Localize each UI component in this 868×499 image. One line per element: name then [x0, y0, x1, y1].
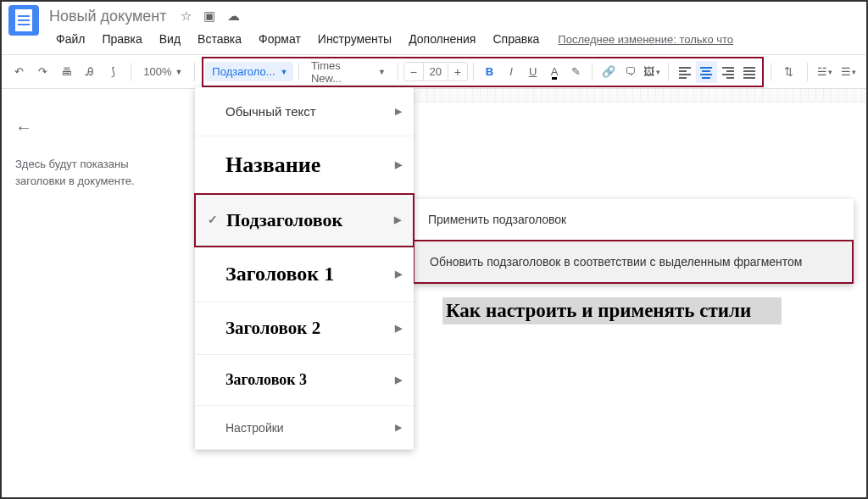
align-right-icon[interactable] [717, 61, 739, 83]
menu-format[interactable]: Формат [252, 29, 308, 49]
update-subtitle-to-match[interactable]: Обновить подзаголовок в соответствии с в… [415, 241, 852, 282]
undo-icon[interactable]: ↶ [8, 61, 31, 83]
outline-placeholder: Здесь будут показаны заголовки в докумен… [15, 156, 181, 189]
highlight-button[interactable]: ✎ [565, 61, 587, 83]
style-heading-2[interactable]: Заголовок 2▶ [195, 302, 414, 355]
menu-tools[interactable]: Инструменты [311, 29, 398, 49]
apply-subtitle[interactable]: Применить подзаголовок [413, 199, 854, 240]
star-icon[interactable]: ☆ [181, 8, 192, 24]
spellcheck-icon[interactable]: Ꭿ [79, 61, 101, 83]
style-subtitle[interactable]: ✓Подзаголовок▶ [196, 195, 413, 246]
docs-logo[interactable] [8, 5, 39, 36]
menu-help[interactable]: Справка [486, 29, 546, 49]
outline-panel: ← Здесь будут показаны заголовки в докум… [2, 103, 195, 496]
font-size-decrease[interactable]: − [404, 65, 423, 79]
style-normal-text[interactable]: Обычный текст▶ [195, 87, 414, 136]
line-spacing-icon[interactable]: ⇅ [778, 61, 800, 83]
menu-file[interactable]: Файл [49, 29, 92, 49]
menu-addons[interactable]: Дополнения [402, 29, 482, 49]
align-center-icon[interactable] [696, 61, 718, 83]
paragraph-styles-menu: Обычный текст▶ Название▶ ✓Подзаголовок▶ … [195, 87, 414, 450]
cloud-icon[interactable]: ☁ [227, 8, 240, 24]
last-change-link[interactable]: Последнее изменение: только что [558, 33, 733, 46]
zoom-value: 100% [143, 65, 171, 78]
align-justify-icon[interactable] [739, 61, 761, 83]
menu-edit[interactable]: Правка [95, 29, 148, 49]
print-icon[interactable]: 🖶 [55, 61, 77, 83]
italic-button[interactable]: I [500, 61, 522, 83]
underline-button[interactable]: U [522, 61, 544, 83]
menu-insert[interactable]: Вставка [191, 29, 248, 49]
text-color-button[interactable]: A [543, 61, 565, 83]
zoom-dropdown[interactable]: 100% ▼ [138, 65, 187, 78]
bold-button[interactable]: B [479, 61, 501, 83]
style-title[interactable]: Название▶ [195, 136, 414, 194]
insert-link-icon[interactable]: 🔗 [598, 61, 620, 83]
menu-view[interactable]: Вид [153, 29, 187, 49]
toolbar: ↶ ↷ 🖶 Ꭿ ⟆ 100% ▼ Подзаголо... ▼ Times Ne… [2, 55, 866, 89]
font-family-label: Times New... [311, 59, 373, 85]
document-page[interactable]: Как настроить и применять стили [442, 297, 815, 324]
redo-icon[interactable]: ↷ [32, 61, 54, 83]
move-icon[interactable]: ▣ [203, 8, 215, 24]
paint-format-icon[interactable]: ⟆ [103, 61, 125, 83]
style-submenu: Применить подзаголовок Обновить подзагол… [413, 199, 854, 284]
font-size-stepper: − 20 + [403, 62, 468, 81]
doc-title[interactable]: Новый документ [49, 8, 167, 25]
style-heading-1[interactable]: Заголовок 1▶ [195, 247, 414, 302]
paragraph-style-dropdown[interactable]: Подзаголо... ▼ [205, 62, 293, 81]
insert-comment-icon[interactable]: 🗨 [620, 61, 642, 83]
font-size-value[interactable]: 20 [423, 63, 448, 80]
font-family-dropdown[interactable]: Times New... ▼ [304, 56, 392, 88]
check-icon: ✓ [208, 213, 221, 227]
outline-collapse-icon[interactable]: ← [15, 118, 32, 137]
style-options[interactable]: Настройки▶ [195, 406, 414, 450]
numbered-list-icon[interactable]: ☱▾ [815, 61, 837, 83]
insert-image-icon[interactable]: 🖼▾ [642, 61, 664, 83]
font-size-increase[interactable]: + [448, 65, 467, 79]
style-heading-3[interactable]: Заголовок 3▶ [195, 355, 414, 406]
bulleted-list-icon[interactable]: ☰▾ [837, 61, 860, 83]
align-left-icon[interactable] [674, 61, 696, 83]
main-menu: Файл Правка Вид Вставка Формат Инструмен… [2, 27, 866, 55]
paragraph-style-label: Подзаголо... [212, 65, 275, 78]
document-heading-text[interactable]: Как настроить и применять стили [442, 297, 782, 324]
